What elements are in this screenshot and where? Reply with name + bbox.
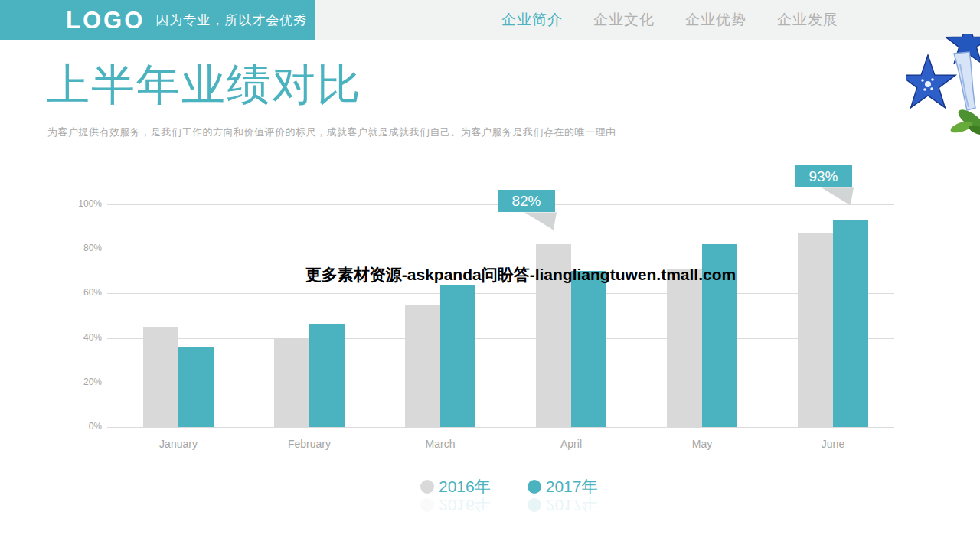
gridline-20% <box>107 383 894 383</box>
bar-2017年-April <box>571 271 606 427</box>
y-axis-tick-60%: 60% <box>44 287 102 298</box>
presentation-slide: LOGO 因为专业，所以才会优秀 企业简介企业文化企业优势企业发展 上半年业绩对… <box>0 0 980 551</box>
x-axis-label-April: April <box>506 438 636 450</box>
legend-label-2016年: 2016年 <box>439 476 491 497</box>
x-axis-label-January: January <box>113 438 243 450</box>
x-axis-label-March: March <box>375 438 505 450</box>
legend-item-2016年: 2016年 <box>420 476 491 497</box>
x-axis-label-February: February <box>244 438 374 450</box>
x-axis-label-May: May <box>637 438 767 450</box>
bar-2016年-June <box>798 233 833 427</box>
chart-legend: 2016年2017年 <box>420 476 597 497</box>
callout-93%: 93% <box>795 165 852 187</box>
legend-item-2016年: 2016年 <box>420 494 491 516</box>
callout-tail-93% <box>822 187 854 205</box>
callout-82%: 82% <box>498 190 555 212</box>
legend-label-2016年: 2016年 <box>439 494 491 516</box>
chart-legend-reflection: 2016年2017年 <box>420 494 597 516</box>
bar-2016年-May <box>667 269 702 427</box>
y-axis-tick-80%: 80% <box>44 243 102 253</box>
legend-dot-2017年 <box>528 480 541 494</box>
bar-2016年-March <box>405 305 440 427</box>
callout-tail-82% <box>524 212 557 230</box>
gridline-0% <box>107 427 894 428</box>
x-axis-label-June: June <box>768 438 898 450</box>
y-axis-tick-0%: 0% <box>44 421 102 432</box>
legend-item-2017年: 2017年 <box>528 476 598 497</box>
bar-2016年-February <box>274 338 309 427</box>
legend-dot-2016年 <box>420 498 434 512</box>
legend-item-2017年: 2017年 <box>528 494 598 516</box>
y-axis-tick-20%: 20% <box>44 377 102 387</box>
legend-dot-2017年 <box>528 498 541 512</box>
y-axis-tick-40%: 40% <box>44 332 102 343</box>
legend-dot-2016年 <box>420 480 434 494</box>
gridline-40% <box>107 338 894 339</box>
gridline-80% <box>107 249 894 249</box>
gridline-60% <box>107 293 894 294</box>
bar-2017年-January <box>178 347 214 427</box>
bar-2017年-February <box>309 324 345 427</box>
watermark-text: 更多素材资源-askpanda问盼答-liangliangtuwen.tmall… <box>305 264 736 285</box>
legend-label-2017年: 2017年 <box>546 476 598 497</box>
bar-2017年-June <box>833 220 868 427</box>
legend-label-2017年: 2017年 <box>546 494 598 516</box>
bar-2017年-March <box>440 285 475 427</box>
y-axis-tick-100%: 100% <box>44 198 102 209</box>
bar-2016年-January <box>143 327 178 427</box>
